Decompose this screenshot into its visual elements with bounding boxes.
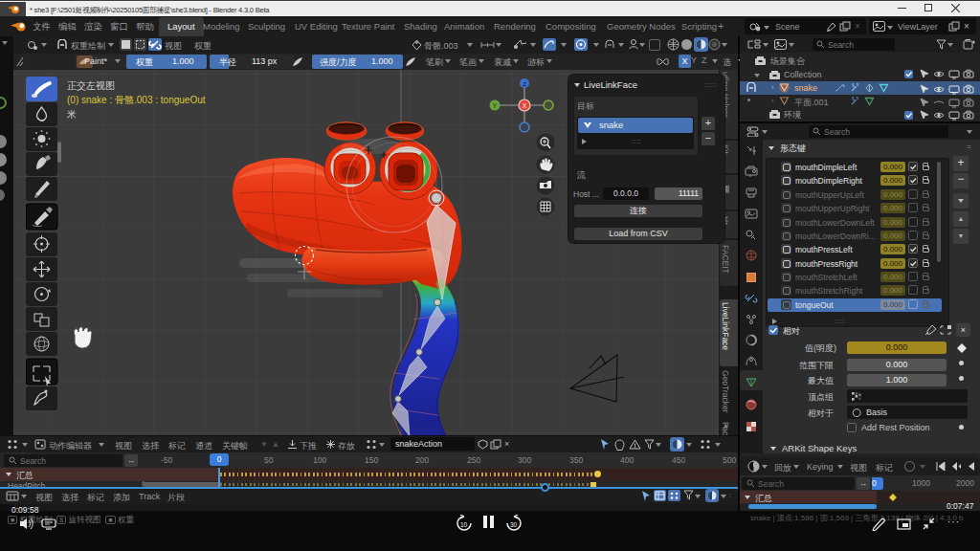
svg-text:10: 10 (460, 521, 468, 528)
svg-text:X: X (523, 102, 527, 109)
svg-text:Z: Z (523, 81, 526, 87)
svg-text:Y: Y (493, 102, 498, 109)
svg-text:30: 30 (510, 521, 518, 528)
